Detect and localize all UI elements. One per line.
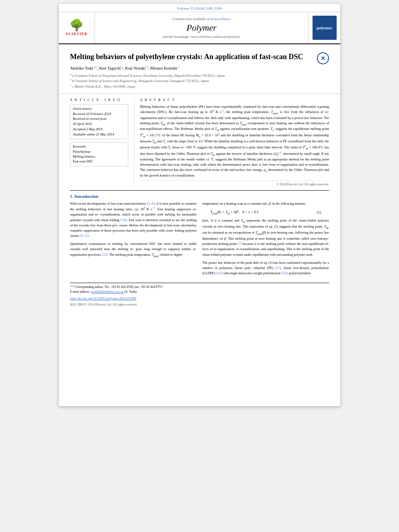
polymer-logo-box: polymer bbox=[308, 12, 340, 43]
authors-text: Akihiko Toda a,*, Ken Taguchi a, Koji No… bbox=[70, 66, 179, 70]
article-info-abstract-section: A R T I C L E I N F O Article history: R… bbox=[59, 94, 340, 191]
volume-info: Polymer 55 (2014) 3186–3194 bbox=[177, 6, 222, 10]
intro-para-1: With recent developments of fast-scan na… bbox=[70, 201, 197, 238]
article-history-block: Article history: Received 10 February 20… bbox=[70, 104, 128, 140]
footnote-block: * * Corresponding author. Tel.: +81 82 4… bbox=[70, 283, 329, 307]
intro-right-para-3: The power law behavior of the peak shift… bbox=[202, 260, 329, 276]
right-column: A B S T R A C T Melting behaviors of lin… bbox=[134, 98, 329, 187]
email-line: E-mail address: atoda@hiroshima-u.ac.jp … bbox=[70, 290, 329, 294]
copyright-footer: 0032-3861/© 2014 Elsevier Ltd. All right… bbox=[70, 302, 329, 307]
revised-label: Received in revised form bbox=[73, 116, 125, 121]
ref-9-11[interactable]: [9–11] bbox=[80, 234, 88, 238]
elsevier-tree-icon: 🌳 bbox=[70, 20, 84, 31]
equation-1-number: (1) bbox=[317, 210, 321, 214]
email-label: E-mail address: bbox=[70, 290, 90, 294]
introduction-body: With recent developments of fast-scan na… bbox=[70, 201, 329, 279]
abstract-copyright: © 2014 Elsevier Ltd. All rights reserved… bbox=[140, 181, 329, 186]
keywords-block: Keywords: Polyethylene Melting kinetics … bbox=[70, 142, 128, 166]
section-1-number: 1. bbox=[70, 194, 73, 199]
polymer-logo-image: polymer bbox=[313, 16, 337, 40]
corresponding-text: * Corresponding author. Tel.: +81 82 424… bbox=[72, 285, 163, 289]
abstract-header: A B S T R A C T bbox=[140, 98, 329, 102]
ref-12b[interactable]: [12] bbox=[275, 266, 281, 270]
elsevier-label: ELSEVIER bbox=[66, 32, 88, 36]
journal-center-block: Contents lists available at ScienceDirec… bbox=[95, 12, 308, 43]
authors-line: Akihiko Toda a,*, Ken Taguchi a, Koji No… bbox=[70, 66, 313, 70]
email-address[interactable]: atoda@hiroshima-u.ac.jp bbox=[91, 290, 123, 294]
sciencedirect-link[interactable]: ScienceDirect bbox=[210, 17, 230, 21]
footnotes-section: * * Corresponding author. Tel.: +81 82 4… bbox=[59, 283, 340, 307]
corresponding-author: * * Corresponding author. Tel.: +81 82 4… bbox=[70, 285, 329, 290]
ref-12c[interactable]: [12] bbox=[216, 271, 222, 275]
section-1-heading: Introduction bbox=[74, 194, 99, 199]
article-history-label: Article history: bbox=[73, 107, 125, 111]
abstract-body: Melting behaviors of linear polyethylene… bbox=[140, 104, 329, 179]
keyword-2: Melting kinetics bbox=[73, 154, 125, 158]
received-date: Received 10 February 2014 bbox=[73, 111, 125, 117]
keyword-1: Polyethylene bbox=[73, 150, 125, 154]
crossmark-badge: ✕ bbox=[317, 52, 329, 64]
title-authors-block: Melting behaviors of polyethylene crysta… bbox=[70, 52, 313, 89]
article-page: Polymer 55 (2014) 3186–3194 🌳 ELSEVIER C… bbox=[59, 4, 340, 406]
accepted-date: Accepted 2 May 2014 bbox=[73, 127, 125, 132]
affiliation-c: c c Mettler-Toledo K.K., Tokyo 110-0008,… bbox=[70, 84, 313, 89]
intro-right-para-1: temperature on a heating scan at a const… bbox=[202, 201, 329, 206]
article-header: Melting behaviors of polyethylene crysta… bbox=[59, 44, 340, 94]
article-info-header: A R T I C L E I N F O bbox=[70, 98, 128, 102]
intro-right-col: temperature on a heating scan at a const… bbox=[202, 201, 329, 279]
journal-volume-bar: Polymer 55 (2014) 3186–3194 bbox=[59, 4, 340, 12]
ref-7-8[interactable]: [7,8] bbox=[120, 218, 127, 222]
left-column: A R T I C L E I N F O Article history: R… bbox=[70, 98, 134, 187]
revised-date: 30 April 2014 bbox=[73, 121, 125, 127]
intro-para-2: Quantitative examination of melting by c… bbox=[70, 241, 197, 258]
hoffman-text: Hoffman bbox=[181, 127, 193, 131]
section-divider bbox=[70, 190, 329, 191]
elsevier-logo-block: 🌳 ELSEVIER bbox=[59, 12, 95, 43]
affiliation-b: b b Graduate School of Science and Engin… bbox=[70, 78, 313, 84]
ref-12[interactable]: [12] bbox=[102, 253, 107, 257]
ref-13[interactable]: [13] bbox=[282, 271, 287, 275]
journal-homepage: journal homepage: www.elsevier.com/locat… bbox=[163, 35, 240, 39]
journal-header: 🌳 ELSEVIER Contents lists available at S… bbox=[59, 12, 340, 44]
email-suffix: (A. Toda). bbox=[124, 290, 138, 294]
introduction-section: 1. Introduction With recent developments… bbox=[59, 190, 340, 279]
doi-link[interactable]: http://dx.doi.org/10.1016/j.polymer.2014… bbox=[70, 296, 329, 301]
equation-1-formula: Tpeak(β) = TM + Aβz, 0 < z < 0.5 bbox=[210, 210, 259, 215]
contents-label: Contents lists available at bbox=[173, 17, 210, 21]
contents-available-line: Contents lists available at ScienceDirec… bbox=[173, 17, 231, 21]
available-date: Available online 21 May 2014 bbox=[73, 132, 125, 137]
article-title: Melting behaviors of polyethylene crysta… bbox=[70, 52, 313, 62]
keyword-3: Fast-scan DSC bbox=[73, 159, 125, 163]
ref-1-6[interactable]: [1–6] bbox=[147, 201, 154, 205]
section-1-title: 1. Introduction bbox=[70, 194, 329, 199]
polymer-logo-text: polymer bbox=[317, 25, 332, 31]
affiliations-block: a a Graduate School of Integrated Arts a… bbox=[70, 73, 313, 89]
ref-7b[interactable]: [7] bbox=[238, 242, 242, 246]
intro-left-col: With recent developments of fast-scan na… bbox=[70, 201, 197, 279]
intro-right-para-2: here, A is a constant and TM represents … bbox=[202, 218, 329, 257]
affiliation-a: a a Graduate School of Integrated Arts a… bbox=[70, 73, 313, 78]
keywords-label: Keywords: bbox=[73, 145, 125, 148]
journal-title: Polymer bbox=[187, 23, 217, 33]
equation-1-block: Tpeak(β) = TM + Aβz, 0 < z < 0.5 (1) bbox=[210, 210, 321, 215]
